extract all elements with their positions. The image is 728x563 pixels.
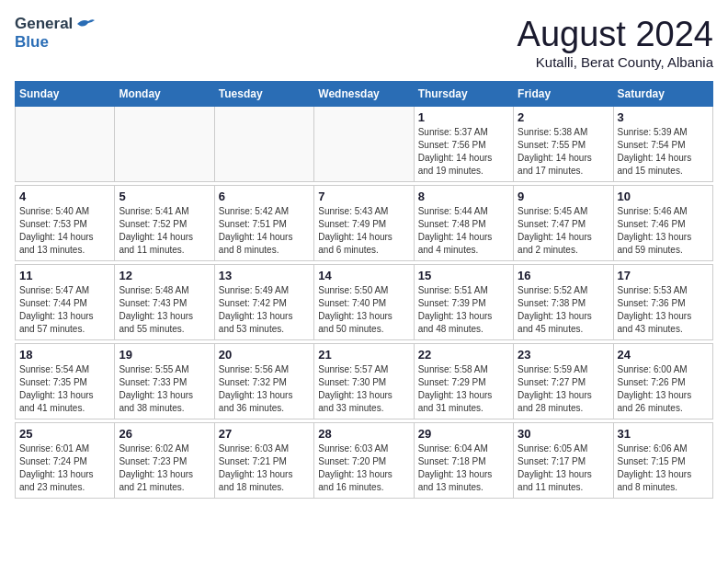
calendar-week-row: 4Sunrise: 5:40 AM Sunset: 7:53 PM Daylig…: [16, 186, 713, 261]
calendar-day-cell: 17Sunrise: 5:53 AM Sunset: 7:36 PM Dayli…: [613, 265, 712, 340]
day-number: 31: [618, 427, 709, 441]
calendar-day-cell: 12Sunrise: 5:48 AM Sunset: 7:43 PM Dayli…: [115, 265, 214, 340]
calendar-header-thursday: Thursday: [414, 82, 513, 107]
month-year-title: August 2024: [518, 15, 713, 54]
day-number: 16: [518, 269, 609, 282]
calendar-day-cell: 15Sunrise: 5:51 AM Sunset: 7:39 PM Dayli…: [414, 265, 513, 340]
day-number: 4: [19, 190, 110, 203]
calendar-day-cell: 18Sunrise: 5:54 AM Sunset: 7:35 PM Dayli…: [16, 344, 115, 419]
day-info: Sunrise: 5:59 AM Sunset: 7:27 PM Dayligh…: [518, 363, 609, 415]
day-info: Sunrise: 6:00 AM Sunset: 7:26 PM Dayligh…: [618, 363, 709, 415]
day-number: 26: [119, 427, 210, 441]
calendar-day-cell: 20Sunrise: 5:56 AM Sunset: 7:32 PM Dayli…: [214, 344, 313, 419]
calendar-week-row: 1Sunrise: 5:37 AM Sunset: 7:56 PM Daylig…: [16, 107, 713, 182]
day-info: Sunrise: 5:44 AM Sunset: 7:48 PM Dayligh…: [418, 205, 509, 257]
calendar-day-cell: 19Sunrise: 5:55 AM Sunset: 7:33 PM Dayli…: [115, 344, 214, 419]
day-info: Sunrise: 5:58 AM Sunset: 7:29 PM Dayligh…: [418, 363, 509, 415]
calendar-day-cell: 16Sunrise: 5:52 AM Sunset: 7:38 PM Dayli…: [514, 265, 613, 340]
calendar-header-tuesday: Tuesday: [214, 82, 313, 107]
day-info: Sunrise: 5:45 AM Sunset: 7:47 PM Dayligh…: [518, 205, 609, 257]
day-number: 14: [318, 269, 409, 282]
calendar-day-cell: 22Sunrise: 5:58 AM Sunset: 7:29 PM Dayli…: [414, 344, 513, 419]
calendar-header-monday: Monday: [115, 82, 214, 107]
logo-blue: Blue: [15, 33, 49, 52]
calendar-header-sunday: Sunday: [16, 82, 115, 107]
day-info: Sunrise: 5:52 AM Sunset: 7:38 PM Dayligh…: [518, 284, 609, 336]
calendar-day-cell: [16, 107, 115, 182]
day-number: 9: [518, 190, 609, 203]
calendar-day-cell: 7Sunrise: 5:43 AM Sunset: 7:49 PM Daylig…: [314, 186, 414, 261]
calendar-day-cell: 11Sunrise: 5:47 AM Sunset: 7:44 PM Dayli…: [16, 265, 115, 340]
day-info: Sunrise: 5:43 AM Sunset: 7:49 PM Dayligh…: [318, 205, 409, 257]
day-number: 21: [318, 348, 409, 362]
day-number: 1: [418, 110, 509, 124]
day-info: Sunrise: 6:03 AM Sunset: 7:20 PM Dayligh…: [318, 442, 409, 494]
day-info: Sunrise: 5:40 AM Sunset: 7:53 PM Dayligh…: [19, 205, 110, 257]
day-info: Sunrise: 6:05 AM Sunset: 7:17 PM Dayligh…: [518, 442, 609, 494]
calendar-day-cell: 25Sunrise: 6:01 AM Sunset: 7:24 PM Dayli…: [16, 423, 115, 499]
day-info: Sunrise: 6:01 AM Sunset: 7:24 PM Dayligh…: [19, 442, 110, 494]
day-number: 29: [418, 427, 509, 441]
calendar-day-cell: 6Sunrise: 5:42 AM Sunset: 7:51 PM Daylig…: [214, 186, 313, 261]
calendar-day-cell: [115, 107, 214, 182]
day-number: 10: [618, 190, 709, 203]
day-info: Sunrise: 5:53 AM Sunset: 7:36 PM Dayligh…: [618, 284, 709, 336]
calendar-week-row: 11Sunrise: 5:47 AM Sunset: 7:44 PM Dayli…: [16, 265, 713, 340]
day-number: 5: [119, 190, 210, 203]
calendar-day-cell: 4Sunrise: 5:40 AM Sunset: 7:53 PM Daylig…: [16, 186, 115, 261]
day-info: Sunrise: 6:02 AM Sunset: 7:23 PM Dayligh…: [119, 442, 210, 494]
calendar-day-cell: 21Sunrise: 5:57 AM Sunset: 7:30 PM Dayli…: [314, 344, 414, 419]
calendar-header-saturday: Saturday: [613, 82, 712, 107]
page-header: General Blue August 2024 Kutalli, Berat …: [15, 15, 713, 70]
day-number: 12: [119, 269, 210, 282]
calendar-day-cell: 13Sunrise: 5:49 AM Sunset: 7:42 PM Dayli…: [214, 265, 313, 340]
day-info: Sunrise: 5:51 AM Sunset: 7:39 PM Dayligh…: [418, 284, 509, 336]
day-number: 17: [618, 269, 709, 282]
calendar-header-wednesday: Wednesday: [314, 82, 414, 107]
day-number: 6: [219, 190, 310, 203]
day-number: 27: [219, 427, 310, 441]
title-section: August 2024 Kutalli, Berat County, Alban…: [518, 15, 713, 70]
calendar-day-cell: 3Sunrise: 5:39 AM Sunset: 7:54 PM Daylig…: [613, 107, 712, 182]
day-info: Sunrise: 5:38 AM Sunset: 7:55 PM Dayligh…: [518, 126, 609, 178]
day-number: 2: [518, 110, 609, 124]
calendar-day-cell: [214, 107, 313, 182]
calendar-day-cell: 23Sunrise: 5:59 AM Sunset: 7:27 PM Dayli…: [514, 344, 613, 419]
calendar-day-cell: [314, 107, 414, 182]
calendar-week-row: 18Sunrise: 5:54 AM Sunset: 7:35 PM Dayli…: [16, 344, 713, 419]
day-number: 8: [418, 190, 509, 203]
day-info: Sunrise: 5:57 AM Sunset: 7:30 PM Dayligh…: [318, 363, 409, 415]
calendar-week-row: 25Sunrise: 6:01 AM Sunset: 7:24 PM Dayli…: [16, 423, 713, 499]
day-info: Sunrise: 5:41 AM Sunset: 7:52 PM Dayligh…: [119, 205, 210, 257]
day-number: 20: [219, 348, 310, 362]
calendar-day-cell: 27Sunrise: 6:03 AM Sunset: 7:21 PM Dayli…: [214, 423, 313, 499]
day-info: Sunrise: 5:42 AM Sunset: 7:51 PM Dayligh…: [219, 205, 310, 257]
day-info: Sunrise: 5:47 AM Sunset: 7:44 PM Dayligh…: [19, 284, 110, 336]
day-info: Sunrise: 5:37 AM Sunset: 7:56 PM Dayligh…: [418, 126, 509, 178]
day-number: 18: [19, 348, 110, 362]
calendar-day-cell: 28Sunrise: 6:03 AM Sunset: 7:20 PM Dayli…: [314, 423, 414, 499]
day-number: 23: [518, 348, 609, 362]
logo-bird-icon: [75, 17, 96, 33]
day-info: Sunrise: 5:50 AM Sunset: 7:40 PM Dayligh…: [318, 284, 409, 336]
day-info: Sunrise: 5:49 AM Sunset: 7:42 PM Dayligh…: [219, 284, 310, 336]
calendar-day-cell: 2Sunrise: 5:38 AM Sunset: 7:55 PM Daylig…: [514, 107, 613, 182]
logo-general: General: [15, 15, 73, 33]
calendar-header-row: SundayMondayTuesdayWednesdayThursdayFrid…: [16, 82, 713, 107]
calendar-day-cell: 14Sunrise: 5:50 AM Sunset: 7:40 PM Dayli…: [314, 265, 414, 340]
calendar-header-friday: Friday: [514, 82, 613, 107]
day-number: 22: [418, 348, 509, 362]
day-info: Sunrise: 5:46 AM Sunset: 7:46 PM Dayligh…: [618, 205, 709, 257]
day-info: Sunrise: 5:54 AM Sunset: 7:35 PM Dayligh…: [19, 363, 110, 415]
day-info: Sunrise: 6:06 AM Sunset: 7:15 PM Dayligh…: [618, 442, 709, 494]
calendar-day-cell: 8Sunrise: 5:44 AM Sunset: 7:48 PM Daylig…: [414, 186, 513, 261]
day-number: 3: [618, 110, 709, 124]
day-number: 11: [19, 269, 110, 282]
day-info: Sunrise: 5:39 AM Sunset: 7:54 PM Dayligh…: [618, 126, 709, 178]
day-info: Sunrise: 5:55 AM Sunset: 7:33 PM Dayligh…: [119, 363, 210, 415]
day-number: 30: [518, 427, 609, 441]
calendar-table: SundayMondayTuesdayWednesdayThursdayFrid…: [15, 81, 713, 499]
day-info: Sunrise: 5:48 AM Sunset: 7:43 PM Dayligh…: [119, 284, 210, 336]
day-number: 13: [219, 269, 310, 282]
day-number: 19: [119, 348, 210, 362]
